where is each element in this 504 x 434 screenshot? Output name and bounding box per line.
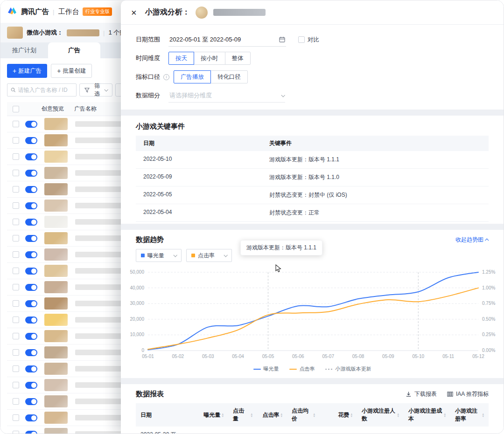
ad-status-toggle[interactable]: [25, 170, 37, 177]
info-icon[interactable]: i: [163, 74, 169, 80]
row-checkbox[interactable]: [13, 137, 19, 144]
series-select-ctr[interactable]: 点击率: [186, 249, 232, 262]
metric-conversion-button[interactable]: 转化口径: [210, 70, 248, 83]
report-table: 日期曝光量▴▾点击量▴▾点击率▴▾点击均价▴▾花费▴▾小游戏注册人数▴▾小游戏注…: [136, 403, 489, 434]
collapse-trend-link[interactable]: 收起趋势图: [455, 236, 489, 244]
game-avatar: [196, 7, 208, 19]
drawer-title: 小游戏分析：: [145, 7, 190, 17]
iaa-metrics-button[interactable]: IAA 推荐指标: [447, 390, 489, 398]
row-checkbox[interactable]: [13, 170, 19, 176]
row-checkbox[interactable]: [13, 365, 19, 372]
report-column-header[interactable]: 小游戏注册率▴▾: [450, 403, 489, 427]
report-column-header[interactable]: 点击率▴▾: [257, 403, 287, 427]
ad-status-toggle[interactable]: [25, 251, 37, 258]
row-checkbox[interactable]: [13, 333, 19, 339]
tab-ads[interactable]: 广告: [48, 42, 100, 58]
filter-button[interactable]: 筛选: [79, 83, 112, 96]
account-type-label: 微信小游戏：: [27, 28, 63, 37]
creative-thumbnail-redacted: [44, 297, 68, 310]
ad-status-toggle[interactable]: [25, 186, 37, 193]
row-checkbox[interactable]: [13, 284, 19, 290]
metric-caliber-group: 广告播放 转化口径: [174, 70, 248, 83]
legend-item[interactable]: 点击率: [289, 365, 315, 372]
report-column-header[interactable]: 点击均价▴▾: [287, 403, 320, 427]
ad-status-toggle[interactable]: [25, 317, 37, 324]
ad-status-toggle[interactable]: [25, 137, 37, 144]
brand-name: 腾讯广告: [21, 7, 49, 16]
row-checkbox[interactable]: [13, 414, 19, 421]
time-overall-button[interactable]: 整体: [225, 52, 251, 65]
trend-line-chart: 00.00%10,0000.25%20,0000.50%30,0000.75%4…: [126, 268, 500, 362]
ad-status-toggle[interactable]: [25, 235, 37, 242]
time-dimension-group: 按天 按小时 整体: [168, 52, 251, 65]
trend-chart-area[interactable]: 00.00%10,0000.25%20,0000.50%30,0000.75%4…: [126, 268, 499, 364]
date-range-input[interactable]: 2022-05-01 至 2022-05-09: [168, 33, 286, 47]
compare-checkbox[interactable]: 对比: [298, 36, 319, 44]
ad-status-toggle[interactable]: [25, 219, 37, 226]
row-checkbox[interactable]: [13, 382, 19, 388]
row-checkbox[interactable]: [13, 186, 19, 193]
row-checkbox[interactable]: [13, 202, 19, 209]
ad-status-toggle[interactable]: [25, 268, 37, 275]
ad-status-toggle[interactable]: [25, 333, 37, 340]
sort-icon[interactable]: ▴▾: [397, 413, 399, 417]
row-checkbox[interactable]: [13, 268, 19, 274]
report-column-header[interactable]: 曝光量▴▾: [197, 403, 228, 427]
close-icon[interactable]: ×: [131, 8, 137, 17]
report-table-body: 2022-05-30 至2022-06-042022-05-30 至2022-0…: [136, 427, 489, 434]
sort-icon[interactable]: ▴▾: [251, 413, 252, 417]
ad-status-toggle[interactable]: [25, 431, 37, 434]
legend-item[interactable]: 曝光量: [253, 365, 279, 372]
download-report-button[interactable]: 下载报表: [406, 390, 437, 398]
ad-status-toggle[interactable]: [25, 365, 37, 372]
row-checkbox[interactable]: [13, 235, 19, 241]
svg-text:05-12: 05-12: [472, 354, 484, 359]
ad-status-toggle[interactable]: [25, 300, 37, 307]
select-all-checkbox[interactable]: [13, 106, 19, 112]
sort-icon[interactable]: ▴▾: [350, 413, 352, 417]
date-range-label: 日期范围: [136, 35, 162, 44]
segment-select[interactable]: 请选择细分维度: [168, 89, 285, 103]
report-column-header[interactable]: 小游戏注册成本▴▾: [404, 403, 450, 427]
ad-status-toggle[interactable]: [25, 382, 37, 389]
time-by-day-button[interactable]: 按天: [168, 52, 194, 65]
report-column-header[interactable]: 点击量▴▾: [228, 403, 257, 427]
report-value-redacted: [404, 427, 450, 434]
creative-thumbnail-redacted: [44, 395, 68, 407]
series-select-exposure[interactable]: 曝光量: [136, 249, 182, 262]
ad-status-toggle[interactable]: [25, 398, 37, 405]
create-ad-button[interactable]: +新建广告: [7, 64, 47, 78]
sort-icon[interactable]: ▴▾: [280, 413, 282, 417]
ad-status-toggle[interactable]: [25, 153, 37, 160]
name-column-header: 广告名称: [74, 105, 97, 113]
sort-icon[interactable]: ▴▾: [482, 413, 484, 417]
row-checkbox[interactable]: [13, 121, 19, 127]
ad-status-toggle[interactable]: [25, 121, 37, 128]
ad-status-toggle[interactable]: [25, 414, 37, 421]
row-checkbox[interactable]: [13, 431, 19, 434]
ad-search-box[interactable]: [7, 83, 77, 96]
sort-icon[interactable]: ▴▾: [313, 413, 315, 417]
tab-campaigns[interactable]: 推广计划: [0, 42, 48, 58]
row-checkbox[interactable]: [13, 317, 19, 323]
ad-status-toggle[interactable]: [25, 349, 37, 356]
time-by-hour-button[interactable]: 按小时: [194, 52, 225, 65]
row-checkbox[interactable]: [13, 153, 19, 160]
report-column-header[interactable]: 小游戏注册人数▴▾: [357, 403, 404, 427]
batch-create-button[interactable]: +批量创建: [51, 64, 92, 78]
row-checkbox[interactable]: [13, 251, 19, 258]
row-checkbox[interactable]: [13, 349, 19, 356]
chevron-down-icon: [173, 253, 177, 257]
search-input[interactable]: [18, 87, 73, 93]
sort-icon[interactable]: ▴▾: [222, 413, 224, 417]
plus-icon: +: [57, 68, 61, 74]
legend-item[interactable]: 小游戏版本更新: [325, 365, 371, 372]
report-column-header[interactable]: 花费▴▾: [320, 403, 357, 427]
ad-status-toggle[interactable]: [25, 202, 37, 209]
sort-icon[interactable]: ▴▾: [444, 413, 446, 417]
row-checkbox[interactable]: [13, 219, 19, 225]
ad-status-toggle[interactable]: [25, 284, 37, 291]
row-checkbox[interactable]: [13, 398, 19, 405]
metric-ad-play-button[interactable]: 广告播放: [174, 70, 211, 83]
row-checkbox[interactable]: [13, 300, 19, 307]
